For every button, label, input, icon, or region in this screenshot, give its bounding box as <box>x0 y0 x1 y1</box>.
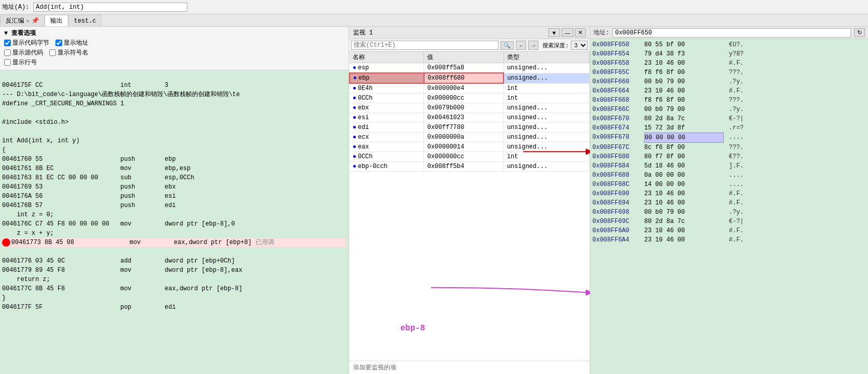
memory-row-chars: #.F. <box>729 189 744 198</box>
watch-row[interactable]: ●edi0x00ff7780unsigned... <box>350 123 590 133</box>
watch-cell-type: int <box>504 83 589 93</box>
memory-row: 0x008FF6845d 18 46 00].F. <box>592 161 866 171</box>
checkbox-show-source-input[interactable] <box>4 49 11 56</box>
tab-testc-label: test.c <box>74 17 96 25</box>
memory-area[interactable]: 0x008FF65080 55 bf 00€U?.0x008FF65479 d4… <box>590 39 868 374</box>
watch-row[interactable]: ●ebp-0cch0x008ff5b4unsigned... <box>350 162 590 172</box>
memory-row-chars: #.F. <box>729 226 744 235</box>
watch-header: 监视 1 ▼ — ✕ <box>349 27 590 39</box>
watch-row[interactable]: ●ecx0x0000000aunsigned... <box>350 133 590 142</box>
tab-testc[interactable]: test.c <box>68 15 102 26</box>
tab-disassembly-close[interactable]: ✕ <box>26 18 29 24</box>
code-line-push-esi: 0046176A 56 push esi <box>2 193 176 200</box>
col-value: 值 <box>424 52 504 63</box>
watch-search-btn[interactable]: 🔍 <box>500 41 514 50</box>
watch-minimize-btn[interactable]: — <box>562 28 573 37</box>
memory-row-addr: 0x008FF66C <box>592 105 641 114</box>
memory-row: 0x008FF65479 d4 38 f3y?8? <box>592 49 866 59</box>
tab-output[interactable]: 输出 <box>45 15 68 26</box>
watch-cell-value: 0x000000cc <box>424 93 504 103</box>
memory-row-bytes: 23 10 46 00 <box>644 86 724 96</box>
watch-icon: ● <box>353 74 357 82</box>
code-line-int-z: int z = 0; <box>2 211 54 218</box>
watch-row[interactable]: ●0CCh0x000000ccint <box>350 93 590 103</box>
main-layout: ▼ 查看选项 显示代码字节 显示地址 显示源代码 <box>0 27 868 374</box>
memory-row-chars: .... <box>729 180 744 189</box>
code-line-func-sig: int Add(int x, int y) <box>2 137 80 144</box>
watch-icon: ● <box>353 153 356 160</box>
code-line-define: #define _CRT_SECURE_NO_WARNINGS 1 <box>2 100 124 107</box>
checkbox-show-lineno[interactable]: 显示行号 <box>4 58 37 67</box>
watch-icon: ● <box>353 143 356 151</box>
watch-row[interactable]: ●ebx0x0079b000unsigned... <box>350 103 590 113</box>
memory-row-bytes: 80 f7 8f 00 <box>644 152 724 161</box>
watch-icon: ● <box>353 124 356 131</box>
code-line-blank1 <box>2 109 6 117</box>
watch-row[interactable]: ●esi0x00461023unsigned... <box>350 113 590 123</box>
checkbox-show-lineno-input[interactable] <box>4 59 11 66</box>
watch-row[interactable]: ●eax0x00000014unsigned... <box>350 142 590 152</box>
memory-row-addr: 0x008FF668 <box>592 96 641 105</box>
watch-icon: ● <box>353 114 356 121</box>
memory-row: 0x008FF66423 10 46 00#.F. <box>592 86 866 96</box>
watch-cell-type: unsigned... <box>504 103 589 113</box>
memory-row-addr: 0x008FF670 <box>592 114 641 123</box>
watch-search-input[interactable] <box>351 41 498 50</box>
watch-nav-back[interactable]: ← <box>516 41 526 50</box>
code-line-mov-zero: 0046176C C7 45 F8 00 00 00 00 mov dword … <box>2 220 235 228</box>
code-line-z-assign: z = x + y; <box>2 230 54 237</box>
watch-menu-btn[interactable]: ▼ <box>548 28 560 37</box>
checkbox-show-symbol[interactable]: 显示符号名 <box>49 48 88 57</box>
memory-row-addr: 0x008FF6A0 <box>592 226 641 235</box>
watch-title: 监视 1 <box>353 28 373 37</box>
memory-row: 0x008FF66000 b0 79 00.?y. <box>592 77 866 86</box>
watch-nav-fwd[interactable]: → <box>528 41 538 50</box>
address-input[interactable] <box>33 3 187 12</box>
memory-row: 0x008FF69023 10 46 00#.F. <box>592 189 866 198</box>
tab-output-label: 输出 <box>50 16 63 25</box>
checkbox-show-addr-input[interactable] <box>55 40 62 46</box>
tab-disassembly[interactable]: 反汇编 ✕ 📌 <box>0 15 45 26</box>
memory-row: 0x008FF65823 10 46 00#.F. <box>592 59 866 68</box>
memory-row: 0x008FF67800 00 00 00.... <box>592 133 866 143</box>
memory-row-chars: .r=? <box>729 123 744 133</box>
memory-addr-input[interactable] <box>612 28 851 38</box>
watch-add-label[interactable]: 添加要监视的项 <box>349 361 590 374</box>
watch-icon: ● <box>353 64 356 71</box>
tab-pin[interactable]: 📌 <box>31 17 39 25</box>
memory-row: 0x008FF6A423 10 46 00#.F. <box>592 235 866 245</box>
code-area[interactable]: 0046175F CC int 3 --- D:\bit_code\c-lang… <box>0 70 349 374</box>
watch-close-btn[interactable]: ✕ <box>575 28 586 37</box>
watch-row[interactable]: ●0CCh0x000000ccint <box>350 152 590 162</box>
watch-row[interactable]: ●esp0x008ff5a8unsigned... <box>350 63 590 73</box>
checkbox-show-source[interactable]: 显示源代码 <box>4 48 43 57</box>
memory-refresh-btn[interactable]: ↻ <box>854 28 865 37</box>
watch-row[interactable]: ●0E4h0x000000e4int <box>350 83 590 93</box>
memory-row: 0x008FF68080 f7 8f 00€??. <box>592 152 866 161</box>
memory-row-addr: 0x008FF678 <box>592 133 641 143</box>
memory-row-chars: ???. <box>729 96 744 105</box>
code-line-sub-esp: 00461763 81 EC CC 00 00 00 sub esp,0CCh <box>2 174 194 181</box>
checkbox-show-addr[interactable]: 显示地址 <box>55 39 88 47</box>
watch-controls: ▼ — ✕ <box>548 28 586 37</box>
memory-row: 0x008FF69C80 2d 8a 7c€-?| <box>592 217 866 226</box>
checkbox-show-bytes[interactable]: 显示代码字节 <box>4 39 49 47</box>
memory-row-addr: 0x008FF654 <box>592 49 641 59</box>
watch-depth-select[interactable]: 3 1 2 4 5 <box>571 41 588 50</box>
memory-row-addr: 0x008FF65C <box>592 68 641 77</box>
memory-row-bytes: 0a 00 00 00 <box>644 171 724 180</box>
memory-row-chars: .... <box>729 133 744 143</box>
watch-cell-value: 0x008ff5b4 <box>424 162 504 172</box>
memory-row-addr: 0x008FF684 <box>592 161 641 171</box>
memory-row-chars: #.F. <box>729 198 744 208</box>
memory-row: 0x008FF6880a 00 00 00.... <box>592 171 866 180</box>
watch-row[interactable]: ●ebp0x008ff680unsigned... <box>350 73 590 83</box>
checkbox-show-symbol-input[interactable] <box>49 49 56 56</box>
code-line-push-ebp: 00461760 55 push ebp <box>2 156 176 163</box>
memory-row-addr: 0x008FF690 <box>592 189 641 198</box>
memory-row: 0x008FF69423 10 46 00#.F. <box>592 198 866 208</box>
checkbox-show-bytes-input[interactable] <box>4 40 11 46</box>
watch-cell-value: 0x000000cc <box>424 152 504 162</box>
options-panel: ▼ 查看选项 显示代码字节 显示地址 显示源代码 <box>0 27 349 70</box>
watch-table-container[interactable]: 名称 值 类型 ●esp0x008ff5a8unsigned...●ebp0x0… <box>349 52 590 361</box>
